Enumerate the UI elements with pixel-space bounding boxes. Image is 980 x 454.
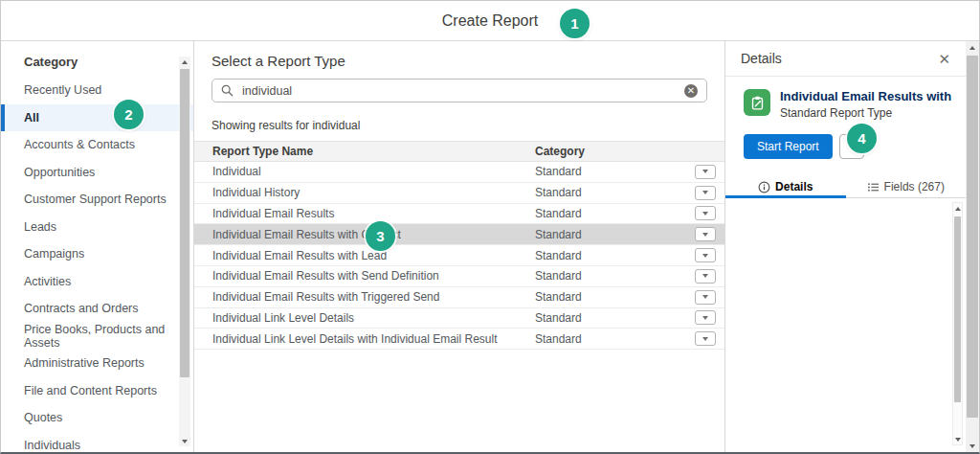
sidebar-scrollbar[interactable]: [179, 57, 190, 446]
sidebar-item-contracts-orders[interactable]: Contracts and Orders: [1, 295, 193, 323]
report-type-name: Individual Link Level Details with Indiv…: [194, 332, 535, 346]
sidebar-item-recently-used[interactable]: Recently Used: [1, 77, 193, 104]
sidebar-item-label: Contracts and Orders: [24, 302, 139, 315]
sidebar-item-activities[interactable]: Activities: [1, 268, 193, 296]
chevron-down-icon: [702, 212, 708, 216]
tab-fields[interactable]: Fields (267): [846, 175, 967, 198]
row-action-dropdown[interactable]: [695, 165, 716, 179]
table-row[interactable]: Individual Email Results with Send Defin…: [194, 266, 724, 287]
sidebar-item-label: Price Books, Products and Assets: [24, 323, 193, 350]
report-type-name: Individual Email Results with Contact: [194, 228, 535, 241]
report-type-category: Standard: [535, 207, 695, 220]
annotation-circle-1: 1: [560, 9, 590, 38]
row-action-dropdown[interactable]: [695, 248, 716, 262]
scroll-up-arrow-icon[interactable]: [179, 57, 190, 67]
column-header-category: Category: [535, 145, 724, 158]
row-action-dropdown[interactable]: [695, 186, 716, 200]
report-type-name: Individual Link Level Details: [194, 311, 535, 325]
table-row[interactable]: Individual Link Level Details Standard: [194, 308, 724, 329]
sidebar-header: Category: [1, 55, 193, 77]
report-type-category: Standard: [535, 186, 695, 199]
report-type-panel: Select a Report Type ✕ Showing results f…: [194, 41, 724, 452]
chevron-down-icon: [702, 191, 708, 194]
sidebar-item-label: Quotes: [24, 411, 62, 424]
report-type-name: Individual Email Results with Send Defin…: [194, 269, 535, 283]
sidebar-item-label: Activities: [24, 275, 71, 288]
row-action-dropdown[interactable]: [695, 290, 716, 305]
sidebar-item-label: Campaigns: [24, 247, 84, 261]
window-scrollbar[interactable]: [966, 41, 979, 452]
scroll-down-arrow-icon[interactable]: [179, 436, 190, 446]
details-tabs: Details Fields (267): [725, 175, 966, 198]
sidebar-item-customer-support-reports[interactable]: Customer Support Reports: [1, 186, 193, 214]
details-panel: Details ✕ Individual Email Results wit: [724, 41, 966, 452]
page-title: Create Report: [442, 12, 539, 30]
tab-details[interactable]: Details: [725, 175, 846, 198]
sidebar-item-label: Customer Support Reports: [24, 193, 167, 206]
report-type-category: Standard: [535, 290, 695, 304]
table-row[interactable]: Individual Email Results with Triggered …: [194, 287, 724, 308]
tab-label: Details: [775, 180, 813, 193]
report-titles: Individual Email Results with Con... Sta…: [780, 89, 954, 120]
sidebar-item-price-books[interactable]: Price Books, Products and Assets: [1, 323, 193, 351]
chevron-down-icon: [702, 337, 708, 341]
row-action-dropdown[interactable]: [695, 331, 716, 346]
report-type-category: Standard: [535, 311, 695, 325]
sidebar-item-all[interactable]: All: [1, 104, 193, 132]
table-row[interactable]: Individual Email Results Standard: [194, 204, 724, 225]
table-row[interactable]: Individual Link Level Details with Indiv…: [194, 329, 724, 350]
sidebar-item-leads[interactable]: Leads: [1, 214, 193, 241]
sidebar-item-campaigns[interactable]: Campaigns: [1, 240, 193, 268]
chevron-down-icon: [702, 274, 708, 278]
window-scrollbar-thumb[interactable]: [967, 56, 978, 418]
report-type-name: Individual Email Results with Triggered …: [194, 290, 535, 304]
column-header-report-type-name: Report Type Name: [194, 145, 535, 158]
sidebar-item-label: Leads: [24, 220, 56, 234]
table-row[interactable]: Individual Email Results with Lead Stand…: [194, 245, 724, 266]
annotation-circle-2: 2: [114, 100, 144, 129]
report-type-name: Individual Email Results with Lead: [194, 249, 535, 262]
sidebar-scrollbar-thumb[interactable]: [180, 69, 189, 377]
close-icon[interactable]: ✕: [938, 52, 950, 66]
scroll-up-arrow-icon[interactable]: [953, 203, 962, 214]
search-input[interactable]: [240, 83, 684, 99]
report-type-name: Individual: [194, 165, 535, 178]
chevron-down-icon: [702, 254, 708, 258]
table-row[interactable]: Individual History Standard: [194, 183, 724, 204]
sidebar-item-label: Recently Used: [24, 83, 101, 97]
report-clipboard-icon: [744, 89, 770, 116]
chevron-down-icon: [702, 233, 708, 237]
report-type-search[interactable]: ✕: [212, 79, 707, 102]
row-action-dropdown[interactable]: [695, 206, 716, 220]
details-content-scrollbar[interactable]: [952, 202, 963, 445]
chevron-down-icon: [702, 170, 708, 173]
sidebar-item-quotes[interactable]: Quotes: [1, 404, 193, 432]
sidebar-item-opportunities[interactable]: Opportunities: [1, 159, 193, 187]
row-action-dropdown[interactable]: [695, 269, 716, 284]
sidebar-item-label: Individuals: [24, 439, 80, 452]
report-type-category: Standard: [535, 332, 695, 346]
details-panel-content: Individual Email Results with Con... Sta…: [725, 77, 966, 159]
row-action-dropdown[interactable]: [695, 310, 716, 325]
details-scrollbar-thumb[interactable]: [954, 216, 961, 402]
scroll-down-arrow-icon[interactable]: [953, 434, 962, 444]
sidebar-item-individuals[interactable]: Individuals: [1, 432, 193, 454]
sidebar-item-accounts-contacts[interactable]: Accounts & Contacts: [1, 131, 193, 159]
selected-report-type: Standard Report Type: [780, 106, 954, 120]
dialog-body: Category Recently Used All Accounts & Co…: [1, 41, 979, 452]
scroll-up-arrow-icon[interactable]: [966, 41, 979, 54]
table-row[interactable]: Individual Standard: [194, 162, 724, 183]
start-report-button[interactable]: Start Report: [744, 134, 833, 159]
selected-report-name: Individual Email Results with Con...: [780, 89, 954, 103]
sidebar-item-file-content-reports[interactable]: File and Content Reports: [1, 377, 193, 405]
report-type-category: Standard: [535, 228, 695, 241]
clear-icon[interactable]: ✕: [684, 84, 698, 98]
details-panel-header: Details ✕: [725, 41, 966, 77]
annotation-circle-4: 4: [847, 124, 877, 153]
info-icon: [758, 181, 770, 193]
scroll-down-arrow-icon[interactable]: [966, 440, 979, 452]
sidebar-item-label: All: [24, 111, 39, 125]
row-action-dropdown[interactable]: [695, 227, 716, 241]
sidebar-item-administrative-reports[interactable]: Administrative Reports: [1, 350, 193, 377]
table-row-selected[interactable]: Individual Email Results with Contact St…: [194, 224, 724, 245]
